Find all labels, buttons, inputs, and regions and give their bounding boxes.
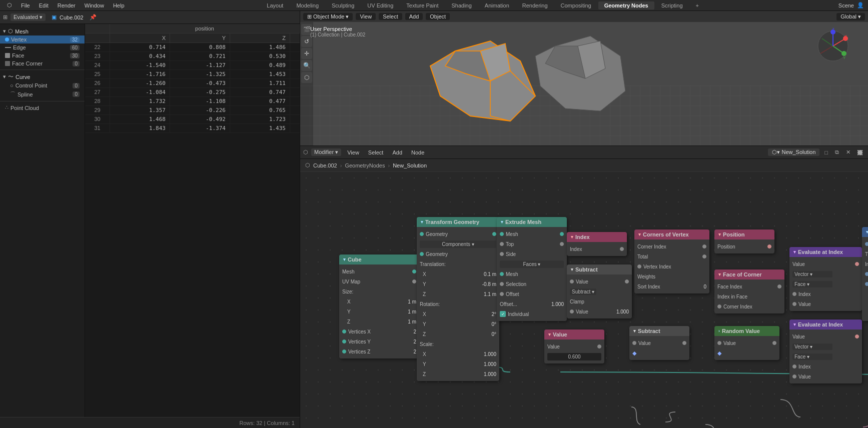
ne-close-btn[interactable]: ✕ [844,149,852,156]
tab-add[interactable]: + [690,2,705,10]
node-editor-bar: ⬡ Modifier ▾ View Select Add Node ⬡▾ New… [300,146,868,159]
menu-edit[interactable]: Edit [35,2,53,10]
em-faces-dropdown[interactable]: Faces ▾ [497,259,567,269]
cov-collapse: ▾ [638,232,641,237]
tab-layout[interactable]: Layout [261,2,289,10]
breadcrumb-geonodes[interactable]: GeometryNodes [345,162,385,168]
edge-icon [5,47,11,48]
tab-uv-editing[interactable]: UV Editing [361,2,399,10]
mesh-item-vertex[interactable]: Vertex 32 [0,36,85,44]
eai2-title: Evaluate at Index [798,322,843,328]
sub2-collapse: ▾ [633,328,636,334]
tab-shading[interactable]: Shading [445,2,477,10]
viewport-object-btn[interactable]: Object [426,13,450,20]
tab-sculpting[interactable]: Sculpting [326,2,360,10]
mesh-item-spline[interactable]: ⌒ Spline 0 [0,90,85,99]
viewport-mode-btn[interactable]: ⊞ Object Mode ▾ [303,13,353,20]
eai2-collapse: ▾ [793,322,796,327]
blender-logo[interactable]: ⬡ [3,1,16,10]
viewport-sidebar-zoom[interactable]: 🔍 [301,60,312,71]
em-top-in [500,242,504,246]
em-individual-check[interactable] [500,311,506,317]
td-x: -1.260 [110,79,170,88]
cov-total: Total [634,252,709,262]
pin-icon[interactable]: 📌 [90,14,97,20]
tab-texture-paint[interactable]: Texture Paint [400,2,444,10]
menu-file[interactable]: File [17,2,34,10]
cube-node[interactable]: ▾ Cube Mesh UV Map Size: [339,254,419,358]
face-of-corner-node[interactable]: ▾ Face of Corner Face Index Index in Fac… [714,270,784,314]
tg-rz-val: 0° [491,332,496,337]
viewport-sidebar-move[interactable]: ✛ [301,48,312,59]
evaluated-dropdown[interactable]: Evaluated ▾ [11,14,46,21]
tab-rendering[interactable]: Rendering [516,2,554,10]
ne-view-btn[interactable]: View [344,150,362,156]
tab-geometry-nodes[interactable]: Geometry Nodes [598,2,654,10]
breadcrumb-newsolution[interactable]: New_Solution [393,162,427,168]
rv-in-row: Value [714,338,779,348]
mesh-collapse-arrow[interactable]: ▾ [3,28,6,34]
curve-collapse-arrow[interactable]: ▾ [3,74,6,80]
mesh-item-control-point[interactable]: ○ Control Point 0 [0,82,85,90]
viewport-perspective-label: User Perspective [310,26,365,32]
extrude-title: Extrude Mesh [505,219,541,225]
foc-fi-socket [777,284,781,288]
evaluate-at-index-2-node[interactable]: ▾ Evaluate at Index Value Vector ▾ Face … [789,320,862,384]
tg-geom2-socket [420,252,424,256]
tab-animation[interactable]: Animation [479,2,515,10]
mesh-item-edge[interactable]: Edge 60 [0,44,85,52]
viewport-global-btn[interactable]: Global ▾ [836,13,865,20]
modifier-dropdown[interactable]: Modifier ▾ [311,148,341,156]
tab-modeling[interactable]: Modeling [290,2,325,10]
mesh-item-face[interactable]: Face 30 [0,52,85,60]
td-index: 24 [85,61,110,70]
cov-sort-idx: Sort Index 0 [634,282,709,292]
vr-invert-label: Invert [865,262,868,267]
random-value-node[interactable]: › Random Value Value ◆ [714,326,779,360]
position-node[interactable]: ▾ Position Position [714,230,774,254]
cube-vx-socket [342,330,346,334]
extrude-mesh-node[interactable]: ▾ Extrude Mesh Mesh Top [497,217,567,321]
vertex-label: Vertex [11,36,27,42]
tg-ty-label: Y [423,282,426,287]
svg-marker-3 [490,71,535,121]
mesh-item-face-corner[interactable]: Face Corner 0 [0,60,85,68]
tab-scripting[interactable]: Scripting [655,2,689,10]
val-collapse: ▾ [548,332,551,337]
evaluate-at-index-1-node[interactable]: ▾ Evaluate at Index Value Vector ▾ Face … [789,247,862,311]
transform-geometry-node[interactable]: ▾ Transform Geometry Geometry Components… [417,217,499,381]
breadcrumb-cube[interactable]: Cube.002 [313,162,337,168]
viewport-add-btn[interactable]: Add [405,13,423,20]
viewport-select-btn[interactable]: Select [379,13,402,20]
transform-title: Transform Geometry [425,219,479,225]
viewport-sidebar-rotate[interactable]: ↺ [301,36,312,47]
table-row: 23 0.434 0.721 0.530 [85,52,300,61]
index-node[interactable]: ▾ Index Index [567,232,627,256]
subtract1-node[interactable]: ▾ Subtract Value Subtract ▾ C [567,264,632,318]
viewport-view-btn[interactable]: View [356,13,376,20]
eai1-value-out: Value [789,259,862,269]
ne-pin-btn[interactable]: 🞿 [855,150,865,156]
corners-of-vertex-node[interactable]: ▾ Corners of Vertex Corner Index Total [634,230,709,294]
menu-render[interactable]: Render [54,2,80,10]
mesh-item-point-cloud[interactable]: ∴ Point Cloud [0,104,85,112]
sub2-in-row: Value [629,338,689,348]
ne-new-btn[interactable]: □ [822,150,830,156]
viewport-3d-objects [380,31,630,141]
cube-size-z: Z 1 m [339,316,419,326]
ne-add-btn[interactable]: Add [389,150,405,156]
node-canvas[interactable]: ▾ Cube Mesh UV Map Size: [300,172,868,428]
ne-copy-btn[interactable]: ⧉ [833,149,841,156]
subtract2-node[interactable]: ▾ Subtract Value ◆ [629,326,689,360]
viewport-sidebar-render[interactable]: ⬡ [301,72,312,83]
em-individual-label: Individual [508,312,529,317]
menu-window[interactable]: Window [81,2,108,10]
ne-node-btn[interactable]: Node [408,150,427,156]
ne-select-btn[interactable]: Select [365,150,387,156]
tab-compositing[interactable]: Compositing [555,2,597,10]
vector-rotate-node[interactable]: ▾ Vector Rotate Vector Type: Euler ▾ [862,227,868,321]
value-node[interactable]: ▾ Value Value 0.600 [544,330,604,364]
menu-help[interactable]: Help [109,2,129,10]
vertex-count: 32 [70,37,80,42]
scene-label: Scene [838,2,854,8]
